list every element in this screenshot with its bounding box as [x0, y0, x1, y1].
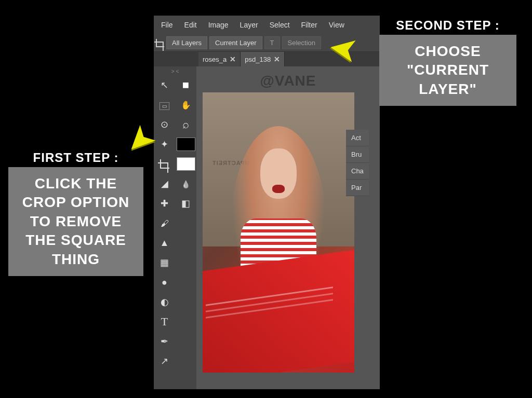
image-lips	[272, 185, 284, 193]
tab-roses[interactable]: roses_a ✕	[198, 52, 241, 66]
tab-psd[interactable]: psd_138 ✕	[241, 52, 285, 66]
pen-icon	[161, 336, 168, 347]
workspace: > <	[154, 66, 380, 389]
square-icon	[182, 78, 189, 92]
stamp-tool[interactable]	[154, 233, 175, 253]
zoom-tool[interactable]	[175, 115, 196, 134]
crop-icon	[160, 159, 169, 169]
annotation-second-step: SECOND STEP : CHOOSE "CURRENT LAYER"	[379, 18, 516, 106]
eraser-icon	[181, 198, 190, 209]
second-step-label: SECOND STEP :	[379, 18, 516, 33]
menu-select[interactable]: Select	[264, 19, 295, 31]
lasso-tool[interactable]	[154, 115, 175, 134]
artboard-tool[interactable]	[175, 75, 196, 95]
lasso-icon	[161, 119, 168, 130]
empty-tool-2	[175, 233, 196, 253]
path-icon	[161, 355, 168, 367]
blur-icon	[162, 277, 167, 288]
empty-tool-1	[175, 213, 196, 233]
marquee-tool[interactable]	[154, 95, 175, 115]
eyedropper-icon	[181, 179, 190, 189]
menu-layer[interactable]: Layer	[235, 19, 263, 31]
foreground-swatch	[177, 138, 195, 151]
gradient-icon	[160, 257, 169, 268]
option-all-layers[interactable]: All Layers	[166, 36, 207, 49]
image-red-fabric	[203, 248, 354, 373]
empty-tool-6	[175, 312, 196, 332]
brush-icon	[161, 218, 169, 229]
hand-tool[interactable]	[175, 95, 196, 115]
text-tool[interactable]	[154, 312, 175, 332]
toolbox-collapse[interactable]: > <	[154, 67, 196, 75]
wand-icon	[161, 139, 168, 150]
slice-icon	[161, 178, 168, 189]
annotation-first-step: FIRST STEP : CLICK THE CROP OPTION TO RE…	[8, 150, 143, 276]
text-icon	[161, 315, 168, 328]
eyedropper-tool[interactable]	[175, 174, 196, 194]
brush-tool[interactable]	[154, 213, 175, 233]
tab-label: psd_138	[245, 56, 271, 63]
canvas-area[interactable]: @VANE IMPACTREIT	[196, 66, 380, 389]
background-swatch	[177, 157, 195, 171]
toolbox: > <	[154, 66, 196, 389]
panel-actions[interactable]: Act	[346, 130, 369, 146]
first-step-text: CLICK THE CROP OPTION TO REMOVE THE SQUA…	[8, 167, 143, 276]
panel-channels[interactable]: Cha	[346, 163, 369, 180]
tab-label: roses_a	[203, 56, 227, 63]
crop-icon	[156, 39, 164, 47]
panel-brushes[interactable]: Bru	[346, 146, 369, 163]
gradient-tool[interactable]	[154, 253, 175, 272]
swatch-bg-cell[interactable]	[175, 154, 196, 174]
blur-tool[interactable]	[154, 272, 175, 292]
dodge-icon	[161, 296, 169, 308]
move-tool[interactable]	[154, 75, 175, 95]
panel-paragraph[interactable]: Par	[346, 180, 369, 196]
first-step-label: FIRST STEP :	[8, 150, 143, 165]
second-step-text: CHOOSE "CURRENT LAYER"	[379, 35, 516, 106]
marquee-icon	[159, 100, 169, 111]
close-icon[interactable]: ✕	[230, 55, 236, 63]
crop-tool[interactable]	[154, 154, 175, 174]
path-tool[interactable]	[154, 351, 175, 371]
swatch-fg-cell[interactable]	[175, 134, 196, 154]
watermark: @VANE	[260, 73, 316, 89]
slice-tool[interactable]	[154, 174, 175, 194]
close-icon[interactable]: ✕	[274, 55, 280, 63]
option-current-layer[interactable]: Current Layer	[209, 36, 262, 49]
stamp-icon	[160, 238, 169, 249]
tool-grid	[154, 75, 196, 371]
eraser-tool[interactable]	[175, 194, 196, 213]
menu-file[interactable]: File	[156, 19, 178, 31]
empty-tool-8	[175, 351, 196, 371]
pen-tool[interactable]	[154, 332, 175, 351]
move-icon	[161, 79, 168, 91]
hand-icon	[181, 100, 191, 111]
menu-filter[interactable]: Filter	[296, 19, 323, 31]
empty-tool-3	[175, 253, 196, 272]
option-third[interactable]: T	[264, 36, 280, 49]
heal-icon	[161, 198, 168, 209]
right-panel: Act Bru Cha Par	[346, 130, 369, 196]
menu-edit[interactable]: Edit	[179, 19, 202, 31]
canvas-image: IMPACTREIT	[203, 92, 354, 373]
empty-tool-7	[175, 332, 196, 351]
editor-window: File Edit Image Layer Select Filter View…	[154, 16, 380, 389]
empty-tool-4	[175, 272, 196, 292]
heal-tool[interactable]	[154, 194, 175, 213]
empty-tool-5	[175, 292, 196, 312]
zoom-icon	[182, 118, 189, 131]
dodge-tool[interactable]	[154, 292, 175, 312]
menu-image[interactable]: Image	[203, 19, 234, 31]
option-selection[interactable]: Selection	[282, 36, 321, 49]
